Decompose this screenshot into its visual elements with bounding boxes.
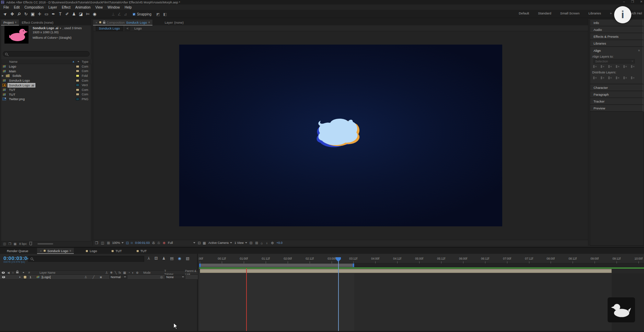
timeline-comp-tab[interactable]: Logo ≡ — [83, 248, 100, 254]
panel-menu-icon[interactable]: ≡ — [15, 21, 17, 24]
pickwhip-icon[interactable]: ◎ — [160, 275, 163, 279]
project-row[interactable]: ▶ Sonduck Logo Com — [1, 78, 91, 83]
tab-close-icon[interactable]: × — [40, 249, 42, 253]
tag-column-icon[interactable]: ♦ — [77, 61, 80, 62]
graph-editor-icon[interactable]: ▧ — [186, 256, 189, 261]
timeline-search-input[interactable] — [28, 256, 144, 262]
project-footer-icon[interactable]: ◫ — [3, 242, 6, 246]
video-info-overlay-icon[interactable]: i — [614, 6, 631, 23]
align-top[interactable] — [616, 64, 620, 69]
panel-menu-icon[interactable]: ≡ — [638, 49, 640, 52]
switch-column-icon[interactable]: ⊕ — [136, 271, 139, 274]
zoom-tool[interactable]: ⚲ — [16, 11, 22, 17]
viewer-option-icon[interactable]: ⌂ — [261, 241, 263, 245]
work-area-bar[interactable] — [199, 263, 354, 267]
comp-flowchart-icon[interactable]: ⅄ — [148, 256, 150, 261]
layer-duration-bar[interactable] — [200, 269, 612, 273]
dock-panel-header[interactable]: Character — [590, 84, 644, 91]
time-ruler[interactable]: 0:00f 00:12f 01:00f 01:12f — [198, 254, 644, 263]
project-search-input[interactable] — [3, 51, 90, 57]
sort-arrow-icon[interactable]: ▲ — [72, 60, 75, 63]
switch-column-icon[interactable]: ╲ — [115, 271, 116, 274]
text-tool[interactable]: T — [57, 11, 64, 17]
mask-mode-icon[interactable]: ◧ — [163, 12, 166, 16]
resolution-dropdown[interactable]: Full — [168, 241, 195, 245]
layer-name[interactable]: [Logo] — [42, 275, 50, 279]
timeline-comp-tab[interactable]: × Sonduck Logo ≡ — [37, 248, 74, 254]
panel-menu-icon[interactable]: ≡ — [148, 21, 150, 24]
align-bottom[interactable] — [631, 64, 635, 69]
workspace-button[interactable]: Default — [519, 11, 529, 15]
breadcrumb-parent-comp[interactable]: Logo — [132, 26, 143, 31]
timeline-comp-tab[interactable]: TUT ≡ — [108, 248, 124, 254]
dist-left[interactable] — [616, 76, 620, 80]
timeline-track-area[interactable]: 0:00f 00:12f 01:00f 01:12f — [198, 254, 644, 332]
column-name[interactable]: Name — [9, 60, 72, 63]
mask-mode-icon[interactable]: ◩ — [156, 12, 160, 16]
menu-item[interactable]: Edit — [12, 5, 22, 10]
tab-project[interactable]: Project ≡ — [1, 20, 19, 25]
selection-tool[interactable]: ➤ — [2, 11, 9, 17]
viewer-option-icon[interactable]: ❐ — [95, 241, 98, 245]
view-layout-dropdown[interactable]: 1 View — [234, 241, 247, 245]
camera-tool[interactable]: ▣ — [30, 11, 36, 17]
menu-item[interactable]: Effect — [60, 5, 72, 10]
index-column[interactable]: # — [28, 271, 30, 274]
dock-panel-header[interactable]: Tracker — [590, 98, 644, 105]
menu-item[interactable]: Help — [123, 5, 134, 10]
timeline-comp-tab[interactable]: TUT ≡ — [134, 248, 149, 254]
switch-column-icon[interactable]: ♙ — [105, 271, 108, 274]
brush-tool[interactable]: ✐ — [64, 11, 70, 17]
label-color-chip[interactable] — [76, 70, 79, 72]
layer-switch-icon[interactable]: ╱ — [93, 275, 94, 279]
project-item-name[interactable]: TUT — [8, 88, 16, 92]
puppet-pin-tool[interactable]: ◉ — [91, 11, 98, 17]
align-v-center[interactable] — [623, 64, 628, 69]
project-footer-icon[interactable]: ❒ — [9, 242, 11, 246]
align-right[interactable] — [608, 64, 612, 69]
motion-blur-icon[interactable]: ◉ — [178, 256, 182, 261]
switch-column-icon[interactable]: ▦ — [123, 271, 126, 274]
live-update-icon[interactable]: ⚄ — [154, 256, 158, 261]
viewer-option-icon[interactable]: ◫ — [101, 241, 104, 245]
project-row[interactable]: ▶ Twitter.png PNG — [1, 97, 91, 102]
menu-item[interactable]: Animation — [73, 5, 92, 10]
viewer-timecode[interactable]: 0:00:01:03 — [135, 241, 150, 245]
project-item-name[interactable]: TUT — [8, 93, 16, 96]
dock-panel-header[interactable]: Audio — [590, 26, 644, 33]
eraser-tool[interactable]: ◪ — [78, 11, 84, 17]
label-color-chip[interactable] — [76, 88, 79, 91]
label-color-chip[interactable] — [76, 98, 79, 100]
tab-composition[interactable]: × Composition Sonduck Logo ≡ — [93, 20, 152, 25]
viewer-option-icon[interactable]: ⊞ — [107, 241, 110, 245]
workspace-button[interactable]: Libraries — [588, 11, 601, 15]
shy-layers-icon[interactable]: ♟ — [162, 256, 165, 261]
region-of-interest-icon[interactable]: ⊡ — [198, 241, 200, 245]
project-column-header[interactable]: Name ▲ ♦ Type — [1, 59, 91, 64]
dist-v-center[interactable] — [600, 76, 605, 80]
audio-column-icon[interactable]: ◀ — [7, 271, 10, 274]
lock-column-icon[interactable] — [16, 272, 19, 273]
dock-panel-header[interactable]: Paragraph — [590, 91, 644, 98]
project-row[interactable]: ▶ TUT Com — [1, 92, 91, 97]
breadcrumb-current-comp[interactable]: Sonduck Logo — [96, 26, 123, 31]
project-item-name[interactable]: Logo — [8, 64, 17, 68]
show-snapshot-icon[interactable]: ✇ — [157, 241, 160, 245]
pen-tool[interactable]: ✒ — [50, 11, 57, 17]
workspace-button[interactable]: Standard — [538, 11, 551, 15]
solo-column-icon[interactable]: ○ — [12, 271, 14, 274]
project-row[interactable]: ▶ Solids Fold — [1, 73, 91, 78]
workspace-overflow-button[interactable]: » — [610, 11, 612, 15]
tab-close-icon[interactable]: × — [95, 21, 97, 24]
dist-top[interactable] — [593, 76, 597, 80]
layer-switch-icon[interactable]: ◙ — [100, 275, 102, 279]
snapping-checkbox[interactable]: ✓ — [133, 13, 136, 16]
layer-row[interactable]: ► 1 [Logo] ♙╱◙ Normal ◎ None — [0, 275, 198, 280]
viewer-option-icon[interactable]: ⊟ — [250, 241, 252, 245]
label-color-chip[interactable] — [76, 74, 79, 77]
minimize-button[interactable]: – — [623, 0, 625, 3]
switch-column-icon[interactable]: ◐ — [132, 271, 134, 274]
dist-h-center[interactable] — [623, 76, 628, 80]
layer-label-chip[interactable] — [23, 275, 27, 279]
parent-dropdown[interactable]: None — [165, 275, 185, 279]
